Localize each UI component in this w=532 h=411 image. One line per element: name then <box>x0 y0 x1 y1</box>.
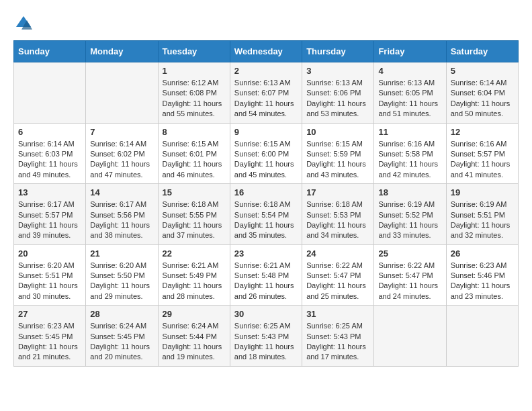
calendar-cell: 11Sunrise: 6:16 AMSunset: 5:58 PMDayligh… <box>374 123 446 184</box>
cell-info: Sunrise: 6:21 AM <box>234 261 298 271</box>
cell-info: Daylight: 11 hours and 30 minutes. <box>18 281 81 302</box>
cell-info: Daylight: 11 hours and 37 minutes. <box>163 220 226 241</box>
cell-info: Sunset: 5:43 PM <box>306 332 369 342</box>
cell-info: Daylight: 11 hours and 45 minutes. <box>234 159 298 180</box>
cell-info: Daylight: 11 hours and 41 minutes. <box>451 159 514 180</box>
day-number: 2 <box>234 66 298 76</box>
cell-info: Sunset: 5:48 PM <box>234 271 298 281</box>
cell-info: Daylight: 11 hours and 55 minutes. <box>163 99 226 120</box>
cell-info: Sunrise: 6:18 AM <box>234 199 298 210</box>
calendar-cell: 14Sunrise: 6:17 AMSunset: 5:56 PMDayligh… <box>86 184 158 245</box>
cell-info: Daylight: 11 hours and 33 minutes. <box>378 220 441 241</box>
cell-info: Sunrise: 6:22 AM <box>306 261 369 271</box>
cell-info: Sunrise: 6:19 AM <box>378 199 441 210</box>
day-number: 7 <box>90 127 153 137</box>
cell-info: Sunset: 5:47 PM <box>378 271 441 281</box>
cell-info: Sunset: 5:55 PM <box>163 210 226 220</box>
day-of-week-header: Wednesday <box>230 41 302 62</box>
cell-info: Sunrise: 6:14 AM <box>90 139 153 149</box>
calendar-cell: 19Sunrise: 6:19 AMSunset: 5:51 PMDayligh… <box>446 184 518 245</box>
cell-info: Sunset: 5:59 PM <box>306 149 369 159</box>
cell-info: Sunset: 6:03 PM <box>18 149 81 159</box>
cell-info: Sunset: 6:04 PM <box>451 88 514 98</box>
day-number: 9 <box>234 127 298 137</box>
day-number: 16 <box>234 187 298 197</box>
cell-info: Sunset: 5:53 PM <box>306 210 369 220</box>
calendar-cell: 31Sunrise: 6:25 AMSunset: 5:43 PMDayligh… <box>302 306 374 367</box>
cell-info: Daylight: 11 hours and 26 minutes. <box>234 281 298 302</box>
cell-info: Daylight: 11 hours and 32 minutes. <box>451 220 514 241</box>
day-number: 5 <box>451 66 514 76</box>
calendar-cell <box>446 306 518 367</box>
cell-info: Sunrise: 6:12 AM <box>163 78 226 88</box>
cell-info: Daylight: 11 hours and 25 minutes. <box>306 281 369 302</box>
cell-info: Sunset: 6:00 PM <box>234 149 298 159</box>
cell-info: Daylight: 11 hours and 20 minutes. <box>90 342 153 363</box>
cell-info: Daylight: 11 hours and 43 minutes. <box>306 159 369 180</box>
cell-info: Daylight: 11 hours and 54 minutes. <box>234 99 298 120</box>
cell-info: Sunrise: 6:15 AM <box>234 139 298 149</box>
day-number: 29 <box>163 309 226 319</box>
day-number: 27 <box>18 309 81 319</box>
cell-info: Sunset: 5:52 PM <box>378 210 441 220</box>
calendar-cell: 29Sunrise: 6:24 AMSunset: 5:44 PMDayligh… <box>158 306 230 367</box>
calendar-cell: 23Sunrise: 6:21 AMSunset: 5:48 PMDayligh… <box>230 244 302 306</box>
cell-info: Daylight: 11 hours and 21 minutes. <box>18 342 81 363</box>
calendar-week-row: 13Sunrise: 6:17 AMSunset: 5:57 PMDayligh… <box>14 184 519 245</box>
calendar-week-row: 1Sunrise: 6:12 AMSunset: 6:08 PMDaylight… <box>14 62 519 124</box>
cell-info: Daylight: 11 hours and 49 minutes. <box>18 159 81 180</box>
calendar-cell: 30Sunrise: 6:25 AMSunset: 5:43 PMDayligh… <box>230 306 302 367</box>
cell-info: Sunrise: 6:23 AM <box>18 321 81 331</box>
day-of-week-header: Sunday <box>14 41 86 62</box>
calendar-cell: 22Sunrise: 6:21 AMSunset: 5:49 PMDayligh… <box>158 244 230 306</box>
day-of-week-header: Saturday <box>446 41 518 62</box>
calendar-cell: 18Sunrise: 6:19 AMSunset: 5:52 PMDayligh… <box>374 184 446 245</box>
day-number: 11 <box>378 127 441 137</box>
day-number: 17 <box>306 187 369 197</box>
cell-info: Sunrise: 6:13 AM <box>378 78 441 88</box>
calendar-cell: 13Sunrise: 6:17 AMSunset: 5:57 PMDayligh… <box>14 184 86 245</box>
cell-info: Daylight: 11 hours and 19 minutes. <box>163 342 226 363</box>
cell-info: Sunrise: 6:25 AM <box>234 321 298 331</box>
calendar-cell: 15Sunrise: 6:18 AMSunset: 5:55 PMDayligh… <box>158 184 230 245</box>
calendar-cell: 17Sunrise: 6:18 AMSunset: 5:53 PMDayligh… <box>302 184 374 245</box>
cell-info: Sunset: 5:50 PM <box>90 271 153 281</box>
cell-info: Daylight: 11 hours and 23 minutes. <box>451 281 514 302</box>
day-number: 22 <box>163 248 226 259</box>
day-number: 3 <box>306 66 369 76</box>
cell-info: Sunrise: 6:14 AM <box>451 78 514 88</box>
day-number: 15 <box>163 187 226 197</box>
cell-info: Daylight: 11 hours and 51 minutes. <box>378 99 441 120</box>
cell-info: Sunset: 6:02 PM <box>90 149 153 159</box>
calendar-cell: 3Sunrise: 6:13 AMSunset: 6:06 PMDaylight… <box>302 62 374 124</box>
cell-info: Sunrise: 6:22 AM <box>378 261 441 271</box>
calendar-cell: 6Sunrise: 6:14 AMSunset: 6:03 PMDaylight… <box>14 123 86 184</box>
cell-info: Sunset: 5:54 PM <box>234 210 298 220</box>
calendar-cell <box>86 62 158 124</box>
calendar-cell: 4Sunrise: 6:13 AMSunset: 6:05 PMDaylight… <box>374 62 446 124</box>
cell-info: Sunset: 5:45 PM <box>18 332 81 342</box>
cell-info: Daylight: 11 hours and 17 minutes. <box>306 342 369 363</box>
calendar-cell: 5Sunrise: 6:14 AMSunset: 6:04 PMDaylight… <box>446 62 518 124</box>
cell-info: Daylight: 11 hours and 29 minutes. <box>90 281 153 302</box>
cell-info: Sunrise: 6:23 AM <box>451 261 514 271</box>
calendar-cell <box>374 306 446 367</box>
day-of-week-header: Monday <box>86 41 158 62</box>
day-number: 12 <box>451 127 514 137</box>
cell-info: Sunrise: 6:16 AM <box>451 139 514 149</box>
cell-info: Daylight: 11 hours and 24 minutes. <box>378 281 441 302</box>
cell-info: Sunrise: 6:13 AM <box>234 78 298 88</box>
day-number: 13 <box>18 187 81 197</box>
calendar-cell: 27Sunrise: 6:23 AMSunset: 5:45 PMDayligh… <box>14 306 86 367</box>
cell-info: Sunrise: 6:16 AM <box>378 139 441 149</box>
calendar-cell: 7Sunrise: 6:14 AMSunset: 6:02 PMDaylight… <box>86 123 158 184</box>
day-number: 25 <box>378 248 441 259</box>
day-of-week-header: Thursday <box>302 41 374 62</box>
cell-info: Sunrise: 6:15 AM <box>306 139 369 149</box>
day-number: 31 <box>306 309 369 319</box>
calendar-table: SundayMondayTuesdayWednesdayThursdayFrid… <box>13 40 519 367</box>
cell-info: Daylight: 11 hours and 28 minutes. <box>163 281 226 302</box>
cell-info: Daylight: 11 hours and 39 minutes. <box>18 220 81 241</box>
cell-info: Sunset: 6:06 PM <box>306 88 369 98</box>
calendar-cell: 10Sunrise: 6:15 AMSunset: 5:59 PMDayligh… <box>302 123 374 184</box>
